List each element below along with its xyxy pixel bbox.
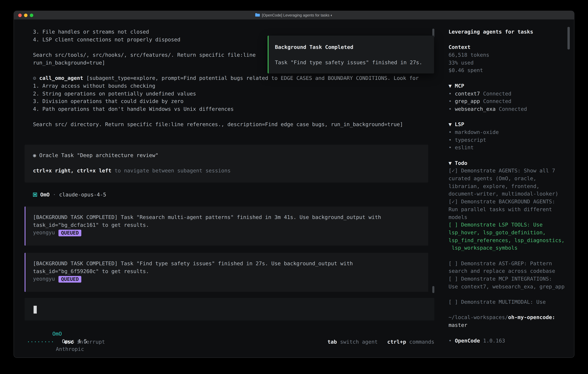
card-meta-line: yeongyuQUEUED: [33, 275, 428, 283]
todo-line: Run parallel tasks with different: [449, 206, 570, 213]
workspace-path: ~/local-workspaces/oh-my-opencode:: [449, 314, 570, 321]
status-bar: ········escinterrupt tabswitch agentctrl…: [27, 338, 434, 346]
card-text-line: [BACKGROUND TASK COMPLETED] Task "Resear…: [33, 213, 428, 221]
blank-line: [449, 306, 570, 314]
card-text-line: [BACKGROUND TASK COMPLETED] Task "Find t…: [33, 260, 428, 267]
screen: [OpenCode] Leveraging agents for tasks ◐…: [0, 0, 588, 374]
close-button[interactable]: [18, 14, 22, 17]
background-task-toast[interactable]: Background Task Completed Task "Find typ…: [268, 36, 434, 73]
card-text-line: task_id="bg_6f59260c" to get results.: [33, 267, 428, 275]
esc-hint-label: interrupt: [77, 339, 105, 345]
scrollback-line: 1. Array access without bounds checking: [33, 82, 436, 90]
ctrlp-hint-label: commands: [409, 339, 434, 345]
blank-line: [449, 291, 570, 298]
author: yeongyu: [33, 229, 55, 236]
bullet-icon: •: [449, 98, 452, 104]
toast-body: Task "Find type safety issues" finished …: [275, 59, 434, 67]
todo-line-active: [ ] Demonstrate LSP TOOLS: Use: [449, 221, 570, 229]
app-version-line: •OpenCode1.0.163: [449, 337, 570, 344]
oracle-hint-line: ctrl+x right, ctrl+x leftto navigate bet…: [33, 167, 428, 175]
todo-line: [✓] Demonstrate BACKGROUND AGENTS:: [449, 198, 570, 206]
toast-title: Background Task Completed: [275, 43, 434, 51]
todo-line: document-writer, multimodal-looker): [449, 190, 570, 198]
mcp-name: context7: [455, 90, 480, 96]
agent-model: claude-opus-4-5: [59, 191, 106, 198]
sidebar[interactable]: Leveraging agents for tasks Context 66,5…: [449, 28, 570, 344]
queued-badge: QUEUED: [58, 276, 82, 283]
mcp-name: grep_app: [455, 98, 480, 104]
mcp-item: •context7Connected: [449, 90, 570, 97]
mcp-status: Connected: [483, 90, 511, 96]
oracle-title: Oracle Task "Deep architecture review": [39, 152, 158, 158]
lsp-item: •typescript: [449, 136, 570, 144]
lsp-name: typescript: [455, 137, 486, 143]
bullet-icon: •: [449, 337, 452, 343]
status-left: ········escinterrupt: [27, 338, 105, 346]
todo-line: Use context7, websearch_exa, grep_app: [449, 283, 570, 291]
queued-badge: QUEUED: [58, 230, 82, 236]
scrollback-line: 3. Division operations that could divide…: [33, 97, 436, 105]
tool-call-line: ⚙ call_omo_agent [subagent_type=explore,…: [33, 74, 436, 82]
task-message-card: [BACKGROUND TASK COMPLETED] Task "Find t…: [25, 253, 428, 292]
todo-line-active: lsp_hover, lsp_goto_definition,: [449, 229, 570, 237]
todo-line-active: lsp_workspace_symbols: [449, 244, 570, 252]
esc-key-hint: esc: [64, 339, 74, 345]
scrollback-line: 2. String operations on potentially unde…: [33, 90, 436, 97]
fisheye-icon: ◉: [33, 152, 36, 158]
context-tokens: 66,518 tokens: [449, 51, 570, 59]
blank-line: [33, 113, 436, 121]
bullet-icon: •: [449, 90, 452, 96]
blank-line: [449, 74, 570, 82]
todo-line: search and replace across codebase: [449, 267, 570, 275]
mcp-item: •grep_appConnected: [449, 97, 570, 105]
input-provider-name: Anthropic: [56, 346, 84, 352]
author: yeongyu: [33, 276, 55, 282]
mcp-name: websearch_exa: [455, 106, 496, 112]
scrollback-line: Search src/ directory. Return specific f…: [33, 121, 436, 128]
text-cursor: [33, 306, 37, 313]
folder-icon: [255, 13, 260, 18]
gear-icon: ⚙: [33, 75, 36, 81]
traffic-lights: [18, 14, 33, 17]
path-prefix: ~/local-workspaces/: [449, 314, 508, 320]
oracle-task-panel: ◉ Oracle Task "Deep architecture review"…: [25, 145, 428, 183]
context-used: 33% used: [449, 59, 570, 67]
agent-header: OmO · claude-opus-4-5: [33, 191, 106, 198]
todo-line-active: lsp_find_references, lsp_diagnostics,: [449, 237, 570, 244]
spinner-dots: ········: [27, 339, 54, 345]
lsp-item: •markdown-oxide: [449, 128, 570, 136]
app-version: 1.0.163: [483, 337, 505, 343]
minimize-button[interactable]: [24, 14, 28, 17]
lsp-heading[interactable]: ▼ LSP: [449, 121, 570, 128]
hint-text: to navigate between subagent sessions: [115, 168, 231, 174]
scrollback-line: 4. Path operations that don't handle Win…: [33, 105, 436, 113]
agent-square-icon: [33, 193, 37, 197]
hint-keys: ctrl+x right, ctrl+x left: [33, 168, 111, 174]
todo-line: [ ] Demonstrate MCP INTEGRATIONS:: [449, 275, 570, 283]
separator-dot: ·: [53, 191, 56, 198]
mcp-heading[interactable]: ▼ MCP: [449, 82, 570, 90]
prompt-input[interactable]: [25, 298, 434, 321]
task-message-card: [BACKGROUND TASK COMPLETED] Task "Resear…: [25, 207, 428, 246]
oracle-title-line: ◉ Oracle Task "Deep architecture review": [33, 152, 428, 159]
tool-args: [subagent_type=explore, prompt=Find pote…: [83, 75, 419, 81]
mcp-item: •websearch_exaConnected: [449, 105, 570, 113]
todo-line: librarian, explore, frontend,: [449, 183, 570, 190]
tab-hint-label: switch agent: [340, 339, 378, 345]
mcp-status: Connected: [483, 98, 511, 104]
blank-line: [449, 36, 570, 43]
blank-line: [449, 252, 570, 260]
lsp-name: eslint: [455, 145, 474, 151]
bullet-icon: •: [449, 145, 452, 151]
blank-line: [449, 152, 570, 159]
zoom-button[interactable]: [30, 14, 33, 17]
todo-heading[interactable]: ▼ Todo: [449, 159, 570, 167]
window-title: [OpenCode] Leveraging agents for tasks ◐: [262, 13, 333, 17]
todo-line: [ ] Demonstrate MULTIMODAL: Use: [449, 298, 570, 306]
card-meta-line: yeongyuQUEUED: [33, 229, 428, 237]
branch-name: master: [449, 321, 570, 329]
main-scrollbar-thumb[interactable]: [432, 286, 434, 293]
titlebar[interactable]: [OpenCode] Leveraging agents for tasks ◐: [14, 11, 574, 20]
tab-key-hint: tab: [327, 339, 337, 345]
bullet-icon: •: [449, 137, 452, 143]
